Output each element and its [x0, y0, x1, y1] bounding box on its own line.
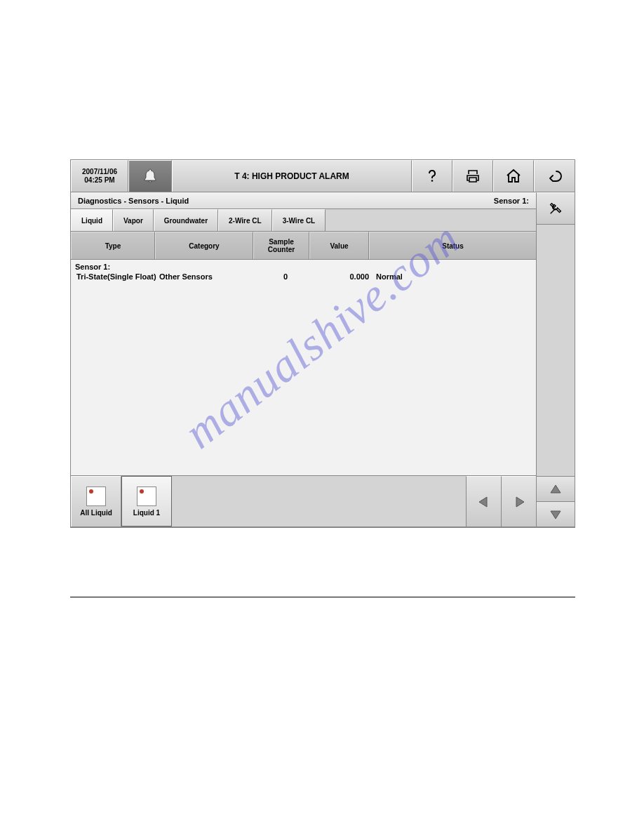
all-liquid-label: All Liquid [80, 509, 112, 517]
cell-status: Normal [373, 272, 532, 281]
bottom-toolbar: All Liquid Liquid 1 [71, 476, 536, 527]
tab-3wire[interactable]: 3-Wire CL [272, 209, 326, 231]
breadcrumb-bar: Diagnostics - Sensors - Liquid Sensor 1: [71, 192, 536, 209]
print-button[interactable] [452, 160, 493, 192]
triangle-right-icon [512, 495, 526, 509]
document-icon [137, 486, 156, 506]
right-column [536, 192, 575, 527]
all-liquid-button[interactable]: All Liquid [71, 476, 121, 527]
main-column: Diagnostics - Sensors - Liquid Sensor 1:… [71, 192, 536, 527]
right-spacer [536, 225, 575, 476]
time-text: 04:25 PM [84, 176, 114, 185]
table-header: Type Category Sample Counter Value Statu… [71, 232, 536, 260]
help-button[interactable] [412, 160, 452, 192]
scroll-up-button[interactable] [536, 476, 575, 501]
tab-groundwater[interactable]: Groundwater [154, 209, 218, 231]
cell-sample: 0 [257, 272, 314, 281]
svg-marker-1 [479, 497, 487, 507]
date-text: 2007/11/06 [82, 168, 117, 176]
breadcrumb-context: Sensor 1: [487, 197, 536, 205]
col-type: Type [71, 232, 155, 259]
table-row: Tri-State(Single Float) Other Sensors 0 … [75, 272, 532, 281]
triangle-left-icon [477, 495, 491, 509]
col-status: Status [369, 232, 536, 259]
alarm-text-cell: T 4: HIGH PRODUCT ALARM [172, 160, 412, 192]
alarm-text: T 4: HIGH PRODUCT ALARM [234, 171, 349, 181]
breadcrumb: Diagnostics - Sensors - Liquid [71, 197, 196, 205]
tools-button[interactable] [536, 192, 575, 225]
cell-type: Tri-State(Single Float) [75, 272, 159, 281]
document-icon [86, 486, 106, 506]
prev-button[interactable] [466, 476, 501, 527]
col-sample: Sample Counter [253, 232, 309, 259]
liquid-1-button[interactable]: Liquid 1 [121, 476, 172, 527]
alarm-bell-button[interactable] [128, 160, 172, 192]
cell-value: 0.000 [314, 272, 373, 281]
liquid-1-label: Liquid 1 [133, 509, 160, 517]
triangle-down-icon [549, 508, 563, 522]
bottom-spacer [172, 476, 466, 527]
tab-vapor[interactable]: Vapor [113, 209, 154, 231]
svg-point-0 [431, 180, 434, 182]
next-button[interactable] [501, 476, 536, 527]
body-row: Diagnostics - Sensors - Liquid Sensor 1:… [71, 192, 575, 527]
top-toolbar: 2007/11/06 04:25 PM T 4: HIGH PRODUCT AL… [71, 160, 575, 192]
page-divider [70, 597, 575, 597]
scroll-down-button[interactable] [536, 501, 575, 527]
col-category: Category [155, 232, 253, 259]
sensor-tabs: Liquid Vapor Groundwater 2-Wire CL 3-Wir… [71, 209, 536, 232]
datetime-cell: 2007/11/06 04:25 PM [71, 160, 128, 192]
data-area: Sensor 1: Tri-State(Single Float) Other … [71, 260, 536, 476]
back-arrow-icon [546, 168, 563, 185]
svg-marker-2 [516, 497, 524, 507]
svg-marker-3 [551, 485, 561, 493]
back-button[interactable] [534, 160, 575, 192]
svg-marker-4 [551, 511, 561, 519]
triangle-up-icon [549, 482, 563, 496]
tools-icon [548, 201, 563, 216]
col-value: Value [309, 232, 369, 259]
tab-liquid[interactable]: Liquid [71, 209, 113, 231]
bell-icon [142, 168, 159, 185]
app-window: 2007/11/06 04:25 PM T 4: HIGH PRODUCT AL… [70, 159, 575, 528]
home-button[interactable] [493, 160, 534, 192]
home-icon [505, 168, 522, 185]
tab-2wire[interactable]: 2-Wire CL [218, 209, 272, 231]
cell-category: Other Sensors [159, 272, 257, 281]
help-icon [424, 168, 441, 185]
sensor-label: Sensor 1: [75, 263, 532, 271]
printer-icon [464, 168, 481, 185]
